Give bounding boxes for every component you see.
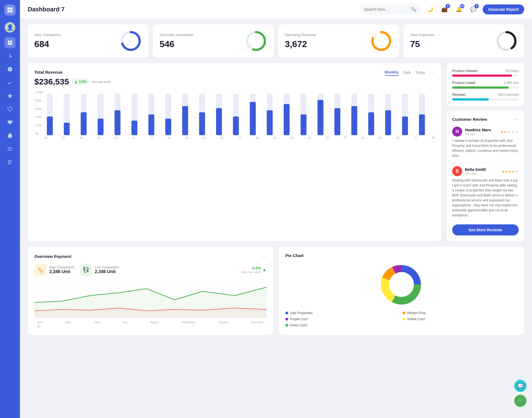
stat-card-text-0: Inter. transaction 684 [34,33,61,49]
legend-item-3: Yellow Card [403,317,518,321]
bar-fg-17 [334,108,340,135]
payment-change-label: than last week [242,270,261,274]
review-avatar-1: B [452,166,462,176]
review-more-icon[interactable]: ⋯ [514,116,519,122]
page-title: Dashboard 7 [28,6,65,13]
star-0-0: ★ [500,130,504,134]
bar-fg-15 [301,114,306,135]
pie-card: Pie Chart [279,247,524,335]
revenue-more-icon[interactable]: ⋯ [429,70,434,76]
stat-card-text-3: Total Expenses 75 [410,33,434,49]
svg-rect-9 [8,160,12,161]
bar-x-label: 11 [132,136,135,139]
svg-rect-6 [8,43,10,45]
metric-bar-0 [452,75,519,77]
legend-label-1: Rented Prop [407,311,426,315]
review-time-0: 5m ago [465,132,491,135]
bell-badge: 12 [460,4,464,8]
stat-card-value-2: 3,672 [285,39,316,49]
bell-icon[interactable]: 🔔 12 [454,4,464,14]
bar-chart-svg [44,91,433,135]
bar-x-label: 23 [343,136,346,139]
up-arrow-icon: ▲ [74,80,78,84]
sidebar-item-dashboard[interactable] [4,37,16,48]
legend-dot-4 [285,324,288,327]
bar-x-label: 17 [238,136,241,139]
sidebar-item-analytics[interactable] [4,77,16,88]
sidebar-item-menu[interactable] [4,143,16,155]
payment-title: Overview Payment [34,254,71,259]
low-transaction-value: 2,346 Unit [95,269,119,274]
metric-bar-fill-1 [452,86,509,89]
review-stars-1: ★★★★★ [502,169,519,174]
main-content: Dashboard 7 🔍 🌙 💼 2 🔔 12 💬 5 Generate Re… [20,0,532,418]
stat-card-text-1: Domestic transaction 546 [160,33,193,49]
high-transaction-stat: 🏷️ High Transaction 2,346 Unit [34,264,74,276]
payment-stats: 🏷️ High Transaction 2,346 Unit 💱 Low Tra… [34,264,267,276]
payment-more-icon[interactable]: ⋯ [262,253,267,259]
stat-card-1: Domestic transaction 546 [153,24,274,58]
star-0-4: ★ [515,129,519,134]
metric-bar-1 [452,86,519,89]
cart-float-button[interactable]: 🛒 [514,395,526,407]
revenue-change-badge: ▲ 0.8% [72,78,89,85]
payment-card: Overview Payment ⋯ 🏷️ High Transaction 2… [28,247,273,335]
wallet-badge: 2 [446,4,450,8]
review-item-0: H Hawkins Maru 5m ago ★★★★★ I viewed a n… [452,127,519,158]
svg-rect-1 [10,7,12,10]
pie-title: Pie Chart [285,253,518,258]
line-x-label: June [94,321,100,324]
revenue-tabs: Monthly Daily Today ⋯ [385,70,434,76]
low-transaction-icon: 💱 [80,264,92,276]
tab-daily[interactable]: Daily [403,70,411,76]
bar-x-label: 12 [150,136,153,139]
sidebar-item-list[interactable] [4,157,16,168]
star-0-2: ★ [507,129,511,134]
review-user-info-0: Hawkins Maru 5m ago [465,128,491,135]
bar-x-label: 22 [326,136,329,139]
tab-monthly[interactable]: Monthly [385,70,399,76]
review-separator [452,163,519,163]
metrics-card: Product Viewed 561/days Product Listed 3… [447,63,524,106]
bar-fg-19 [368,112,374,135]
theme-toggle[interactable]: 🌙 [425,4,435,14]
legend-label-0: Sale Properties [290,311,313,315]
search-box[interactable]: 🔍 [360,4,421,14]
stat-card-3: Total Expenses 75 [403,24,524,58]
see-more-reviews-button[interactable]: See More Reviews [452,224,519,235]
bar-x-label: 27 [414,136,417,139]
revenue-title: Total Revenue [34,70,62,75]
review-text-1: Dealing with Syamsudin and Bakri was a j… [452,178,519,218]
star-0-1: ★ [504,130,507,134]
bar-x-label: 06 [44,136,47,139]
legend-item-4: Green Card [285,323,400,327]
sidebar-item-star[interactable] [4,90,16,101]
star-1-3: ★ [511,170,515,174]
bar-x-label: 20 [291,136,294,139]
bar-fg-13 [267,110,273,135]
star-1-2: ★ [508,170,511,174]
search-input[interactable] [364,7,408,12]
sidebar-item-settings[interactable] [4,50,16,61]
pie-legend: Sale Properties Rented Prop Purple Card … [285,311,518,327]
sidebar-item-info[interactable] [4,64,16,75]
svg-rect-7 [10,43,12,45]
search-icon: 🔍 [411,7,416,12]
sidebar-item-print[interactable] [4,130,16,141]
sidebar-item-heart-outline[interactable] [4,104,16,115]
bar-chart-labels: 0607080910111213141516171819202122232425… [34,136,434,139]
sidebar-item-heart-filled[interactable] [4,117,16,128]
wallet-icon[interactable]: 💼 2 [439,4,449,14]
avatar[interactable]: 👤 [5,22,15,33]
chat-icon[interactable]: 💬 5 [468,4,478,14]
line-x-label: September [182,321,195,324]
line-chart-y-labels: 0k [34,325,267,328]
bar-x-label: 24 [361,136,364,139]
tab-today[interactable]: Today [415,70,425,76]
star-0-3: ★ [511,129,515,134]
bar-x-label: 19 [273,136,276,139]
support-float-button[interactable]: 💬 [514,380,526,392]
review-user-row-1: B Bella Smith 20m ago ★★★★★ [452,166,519,176]
bar-x-label: 08 [80,136,83,139]
generate-report-button[interactable]: Generate Report [483,4,524,14]
